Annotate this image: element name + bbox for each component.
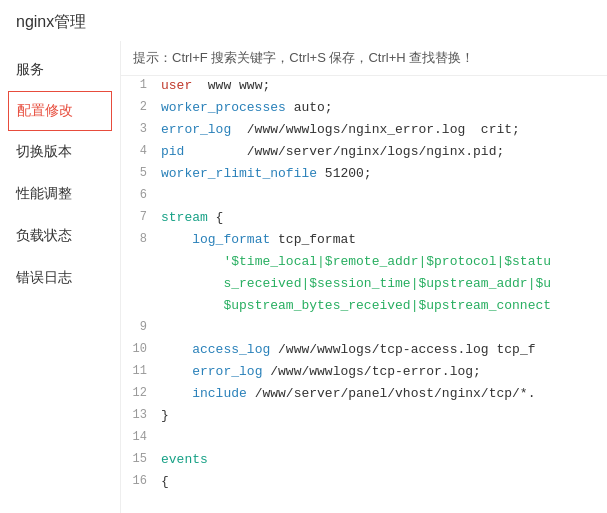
code-line: 3 error_log /www/wwwlogs/nginx_error.log… (121, 120, 607, 142)
code-line: '$time_local|$remote_addr|$protocol|$sta… (121, 252, 607, 274)
code-line: $upstream_bytes_received|$upstream_conne… (121, 296, 607, 318)
code-line: 13 } (121, 406, 607, 428)
app-title: nginx管理 (0, 0, 607, 41)
code-line: s_received|$session_time|$upstream_addr|… (121, 274, 607, 296)
code-line: 6 (121, 186, 607, 208)
sidebar-item-config[interactable]: 配置修改 (8, 91, 112, 131)
sidebar-item-performance[interactable]: 性能调整 (0, 173, 120, 215)
code-line: 4 pid /www/server/nginx/logs/nginx.pid; (121, 142, 607, 164)
code-line: 9 (121, 318, 607, 340)
sidebar: 服务 配置修改 切换版本 性能调整 负载状态 错误日志 (0, 41, 120, 513)
code-line: 8 log_format tcp_format (121, 230, 607, 252)
content-area: 提示：Ctrl+F 搜索关键字，Ctrl+S 保存，Ctrl+H 查找替换！ 1… (120, 41, 607, 513)
code-line: 11 error_log /www/wwwlogs/tcp-error.log; (121, 362, 607, 384)
sidebar-item-errorlog[interactable]: 错误日志 (0, 257, 120, 299)
code-line: 10 access_log /www/wwwlogs/tcp-access.lo… (121, 340, 607, 362)
code-line: 5 worker_rlimit_nofile 51200; (121, 164, 607, 186)
sidebar-item-load[interactable]: 负载状态 (0, 215, 120, 257)
sidebar-item-service[interactable]: 服务 (0, 49, 120, 91)
code-line: 7 stream { (121, 208, 607, 230)
sidebar-item-switch[interactable]: 切换版本 (0, 131, 120, 173)
code-line: 2 worker_processes auto; (121, 98, 607, 120)
code-line: 12 include /www/server/panel/vhost/nginx… (121, 384, 607, 406)
code-editor[interactable]: 1 user www www; 2 worker_processes auto;… (121, 76, 607, 513)
code-line: 14 (121, 428, 607, 450)
code-line: 1 user www www; (121, 76, 607, 98)
code-line: 16 { (121, 472, 607, 494)
code-line: 15 events (121, 450, 607, 472)
hint-bar: 提示：Ctrl+F 搜索关键字，Ctrl+S 保存，Ctrl+H 查找替换！ (121, 41, 607, 76)
